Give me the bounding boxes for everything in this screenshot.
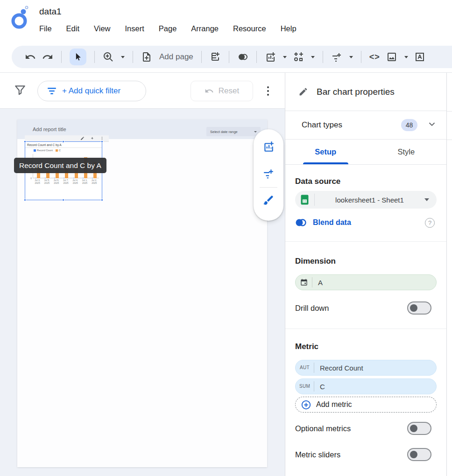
dimension-field-chip[interactable]: A	[295, 274, 437, 290]
blend-data-icon[interactable]	[237, 51, 248, 63]
chart-types-row[interactable]: Chart types 48	[285, 111, 446, 140]
dimension-heading: Dimension	[295, 257, 437, 266]
metric-field-chip[interactable]: SUM C	[295, 378, 437, 394]
menu-resource[interactable]: Resource	[233, 24, 266, 33]
toggle-knob	[410, 451, 417, 458]
add-metric-button[interactable]: Add metric	[295, 397, 437, 413]
section-divider	[285, 241, 446, 242]
drill-down-toggle[interactable]	[407, 301, 431, 315]
report-title-placeholder[interactable]: Add report title	[33, 126, 66, 132]
selection-handle[interactable]	[62, 140, 64, 143]
add-chart-caret[interactable]	[283, 56, 287, 58]
fab-add-chart-icon[interactable]	[262, 140, 275, 153]
quick-filter-lines-icon	[47, 87, 56, 95]
metric-sliders-row: Metric sliders	[295, 448, 437, 461]
blend-data-link[interactable]: Blend data	[313, 218, 419, 227]
panel-header: Bar chart properties	[285, 73, 446, 111]
add-quick-filter-button[interactable]: + Add quick filter	[37, 81, 146, 101]
add-page-label[interactable]: Add page	[159, 52, 193, 62]
google-sheets-icon	[295, 194, 315, 206]
optional-metrics-toggle[interactable]	[407, 422, 431, 435]
reset-undo-icon	[205, 86, 214, 96]
add-data-icon[interactable]	[210, 51, 221, 63]
menu-edit[interactable]: Edit	[66, 24, 79, 33]
filter-funnel-icon[interactable]	[14, 84, 26, 96]
aggregation-tag[interactable]: AUT	[296, 363, 314, 373]
add-control-icon[interactable]	[331, 51, 342, 63]
fab-divider	[260, 187, 277, 188]
zoom-dropdown-caret[interactable]	[121, 56, 125, 58]
optional-metrics-label: Optional metrics	[295, 424, 407, 433]
help-icon[interactable]: ?	[425, 218, 435, 228]
selection-handle[interactable]	[101, 199, 103, 201]
toolbar-divider	[323, 51, 323, 63]
menu-view[interactable]: View	[94, 24, 110, 33]
selection-handle[interactable]	[24, 199, 26, 201]
menu-arrange[interactable]: Arrange	[191, 24, 219, 33]
chevron-down-icon[interactable]	[427, 119, 437, 131]
menu-page[interactable]: Page	[159, 24, 177, 33]
selection-handle[interactable]	[101, 140, 103, 143]
optional-metrics-row: Optional metrics	[295, 422, 437, 435]
add-chart-icon[interactable]	[265, 51, 276, 63]
reset-button[interactable]: Reset	[191, 81, 253, 101]
chart-types-count-badge: 48	[401, 119, 417, 131]
toolbar-divider	[133, 51, 133, 63]
toolbar-divider	[229, 51, 229, 63]
select-cursor-tool[interactable]	[70, 49, 86, 65]
fab-theme-brush-icon[interactable]	[262, 194, 275, 206]
toolbar-wrap: Add page <>	[0, 45, 452, 71]
selection-handle[interactable]	[24, 140, 26, 143]
date-range-control[interactable]: Select date range	[206, 127, 261, 136]
tab-setup[interactable]: Setup	[285, 140, 366, 164]
widget-more-menu-icon[interactable]	[100, 136, 104, 140]
date-range-label: Select date range	[210, 130, 238, 134]
add-page-icon[interactable]	[141, 51, 152, 63]
menu-bar: File Edit View Insert Page Arrange Resou…	[39, 24, 297, 33]
section-divider	[285, 329, 446, 329]
data-source-heading: Data source	[295, 177, 437, 186]
tab-style[interactable]: Style	[366, 140, 447, 164]
calendar-icon	[296, 277, 312, 287]
metric-sliders-toggle[interactable]	[407, 448, 431, 461]
redo-icon[interactable]	[42, 51, 53, 63]
menu-help[interactable]: Help	[281, 24, 297, 33]
selection-handle[interactable]	[62, 199, 64, 201]
metric-field-chip[interactable]: AUT Record Count	[295, 360, 437, 376]
toolbar-divider	[94, 51, 95, 63]
aggregation-tag[interactable]: SUM	[296, 381, 314, 392]
toolbar-divider	[61, 51, 62, 63]
widget-toolbar	[25, 135, 109, 142]
drill-down-label: Drill down	[295, 304, 407, 313]
document-title[interactable]: data1	[39, 7, 62, 17]
image-caret[interactable]	[404, 56, 408, 58]
text-box-icon[interactable]	[414, 51, 425, 63]
zoom-tool-icon[interactable]	[103, 51, 114, 63]
mini-legend: Record CountC	[25, 148, 102, 153]
menu-insert[interactable]: Insert	[125, 24, 144, 33]
add-control-caret[interactable]	[349, 56, 353, 58]
plus-circle-icon	[301, 400, 311, 410]
fab-add-control-icon[interactable]	[262, 168, 275, 180]
left-workspace: + Add quick filter Reset Add report titl…	[0, 73, 285, 476]
dimension-field-name: A	[318, 279, 323, 287]
chart-types-label: Chart types	[302, 120, 401, 130]
widget-sparkle-icon[interactable]	[90, 136, 94, 140]
menu-file[interactable]: File	[39, 24, 52, 33]
filter-bar-more-menu[interactable]	[264, 83, 272, 99]
url-embed-icon[interactable]: <>	[369, 52, 380, 62]
blend-data-row: Blend data ?	[295, 214, 437, 231]
toolbar-divider	[201, 51, 202, 63]
image-icon[interactable]	[386, 51, 397, 63]
community-viz-caret[interactable]	[311, 56, 315, 58]
looker-studio-logo-icon[interactable]	[10, 6, 31, 30]
widget-edit-pencil-icon[interactable]	[80, 136, 85, 140]
data-source-select[interactable]: lookersheet1 - Sheet1	[295, 191, 437, 209]
community-visualizations-icon[interactable]	[293, 51, 304, 63]
report-canvas[interactable]: Add report title Select date range	[0, 109, 285, 476]
undo-icon[interactable]	[25, 51, 36, 63]
looker-studio-app: data1 File Edit View Insert Page Arrange…	[0, 0, 452, 476]
main-area: + Add quick filter Reset Add report titl…	[0, 72, 452, 476]
toolbar-divider	[361, 51, 361, 63]
collapsed-data-panel-strip[interactable]	[446, 73, 452, 476]
